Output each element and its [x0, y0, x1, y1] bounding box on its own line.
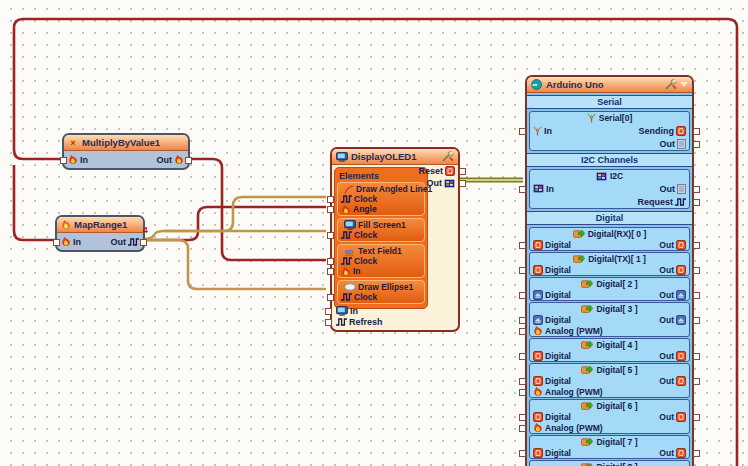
pin-connector[interactable] — [519, 389, 526, 396]
block-title-bar[interactable]: ∞ Arduino Uno — [527, 77, 692, 93]
pin-connector[interactable] — [693, 353, 700, 360]
pin-connector[interactable] — [693, 267, 700, 274]
arduino-channel[interactable]: Digital(RX)[ 0 ]DigitalOut — [529, 227, 690, 251]
pin-connector[interactable] — [519, 353, 526, 360]
pin-in[interactable]: In — [68, 155, 88, 165]
wire-maprange-to-ellipse-clock[interactable] — [142, 240, 326, 289]
oled-pin-out[interactable]: Out — [427, 178, 456, 188]
oled-pin-in[interactable]: In — [338, 266, 424, 276]
chevron-down-icon[interactable] — [680, 82, 688, 87]
pin-connector[interactable] — [693, 186, 700, 193]
block-multiplybyvalue[interactable]: × MultiplyByValue1 In Out — [62, 133, 190, 170]
oled-element[interactable]: Fill Screen1Clock — [337, 218, 425, 242]
arduino-pin-out[interactable]: Out — [660, 184, 687, 194]
arduino-channel[interactable]: Digital[ 5 ]DigitalOutAnalog (PWM) — [529, 363, 690, 398]
arduino-pin-out[interactable]: Out — [659, 351, 686, 361]
arduino-pin-digital[interactable]: Digital — [533, 412, 571, 422]
pin-connector[interactable] — [60, 157, 67, 164]
pin-connector[interactable] — [519, 328, 526, 335]
pin-connector[interactable] — [519, 317, 526, 324]
pin-connector[interactable] — [325, 308, 332, 315]
arduino-pin-digital[interactable]: Digital — [533, 315, 571, 325]
arduino-channel[interactable]: Digital[ 3 ]DigitalOutAnalog (PWM) — [529, 302, 690, 337]
arduino-pin-sending[interactable]: Sending — [639, 126, 687, 136]
pin-connector[interactable] — [519, 378, 526, 385]
pin-connector[interactable] — [519, 242, 526, 249]
oled-pin-clock[interactable]: Clock — [338, 256, 424, 266]
arduino-pin-digital[interactable]: Digital — [533, 290, 571, 300]
oled-pin-clock[interactable]: Clock — [338, 194, 424, 204]
pin-connector[interactable] — [185, 157, 192, 164]
oled-element[interactable]: Draw Angled Line1ClockAngle — [337, 182, 425, 216]
arduino-pin-analog-pwm-[interactable]: Analog (PWM) — [533, 423, 603, 433]
pin-connector[interactable] — [693, 414, 700, 421]
pin-connector[interactable] — [519, 425, 526, 432]
wrench-icon[interactable] — [441, 151, 454, 162]
pin-connector[interactable] — [459, 168, 466, 175]
oled-pin-angle[interactable]: Angle — [338, 204, 424, 214]
pin-connector[interactable] — [693, 242, 700, 249]
arduino-pin-out[interactable]: Out — [659, 290, 686, 300]
pin-connector[interactable] — [327, 232, 334, 239]
pin-connector[interactable] — [459, 180, 466, 187]
arduino-pin-out[interactable]: Out — [659, 412, 686, 422]
block-displayoled[interactable]: DisplayOLED1 Elements Draw Angled Line1C… — [330, 147, 460, 332]
wire-analog-loop-branch[interactable] — [14, 165, 56, 240]
arduino-channel[interactable]: Digital[ 7 ]DigitalOut — [529, 435, 690, 459]
wrench-icon[interactable] — [664, 79, 677, 90]
arduino-pin-digital[interactable]: Digital — [533, 240, 571, 250]
pin-connector[interactable] — [693, 378, 700, 385]
pin-connector[interactable] — [519, 128, 526, 135]
arduino-channel[interactable]: I2CInOutRequest — [529, 169, 690, 209]
pin-connector[interactable] — [325, 319, 332, 326]
pin-connector[interactable] — [140, 239, 147, 246]
arduino-pin-digital[interactable]: Digital — [533, 376, 571, 386]
pin-connector[interactable] — [693, 128, 700, 135]
pin-connector[interactable] — [327, 258, 334, 265]
block-title-bar[interactable]: DisplayOLED1 — [332, 149, 458, 165]
pin-connector[interactable] — [327, 206, 334, 213]
block-title-bar[interactable]: MapRange1 — [57, 217, 143, 233]
oled-element[interactable]: abText Field1ClockIn — [337, 244, 425, 278]
arduino-pin-out[interactable]: Out — [659, 265, 686, 275]
pin-connector[interactable] — [693, 141, 700, 148]
pin-connector[interactable] — [693, 317, 700, 324]
pin-out[interactable]: Out — [157, 155, 185, 165]
block-title-bar[interactable]: × MultiplyByValue1 — [64, 135, 188, 151]
oled-pin-reset[interactable]: Reset — [418, 166, 455, 176]
arduino-pin-digital[interactable]: Digital — [533, 351, 571, 361]
pin-out[interactable]: Out — [111, 237, 140, 247]
oled-pin-clock[interactable]: Clock — [338, 230, 424, 240]
pin-connector[interactable] — [53, 239, 60, 246]
pin-connector[interactable] — [693, 199, 700, 206]
visuino-canvas[interactable]: 4 × MultiplyByValue1 In Out MapRange1 — [0, 0, 748, 466]
arduino-channel[interactable]: Digital[ 2 ]DigitalOut — [529, 277, 690, 301]
arduino-pin-in[interactable]: In — [533, 126, 552, 136]
pin-connector[interactable] — [327, 294, 334, 301]
arduino-pin-digital[interactable]: Digital — [533, 448, 571, 458]
oled-pin-clock[interactable]: Clock — [338, 292, 424, 302]
arduino-channel[interactable]: Digital[ 4 ]DigitalOut — [529, 338, 690, 362]
wire-maprange-to-angledline-clock[interactable] — [164, 197, 326, 231]
pin-in[interactable]: In — [61, 237, 81, 247]
wire-multiply-to-textfield-in[interactable] — [188, 159, 326, 260]
pin-connector[interactable] — [519, 267, 526, 274]
arduino-channel[interactable]: Digital[ 6 ]DigitalOutAnalog (PWM) — [529, 399, 690, 434]
oled-element[interactable]: Draw Ellipse1Clock — [337, 280, 425, 304]
arduino-pin-out[interactable]: Out — [659, 376, 686, 386]
arduino-channel[interactable]: Serial[0]InSendingOut — [529, 111, 690, 151]
oled-pin-refresh[interactable]: Refresh — [336, 316, 383, 327]
pin-connector[interactable] — [693, 450, 700, 457]
oled-pin-in[interactable]: In — [336, 305, 358, 316]
arduino-pin-digital[interactable]: Digital — [533, 265, 571, 275]
pin-connector[interactable] — [327, 196, 334, 203]
block-maprange[interactable]: MapRange1 In Out — [55, 215, 145, 252]
arduino-pin-out[interactable]: Out — [659, 315, 686, 325]
arduino-channel[interactable]: Digital(TX)[ 1 ]DigitalOut — [529, 252, 690, 276]
arduino-pin-out[interactable]: Out — [659, 448, 686, 458]
pin-connector[interactable] — [519, 292, 526, 299]
arduino-pin-analog-pwm-[interactable]: Analog (PWM) — [533, 326, 603, 336]
arduino-pin-in[interactable]: In — [533, 184, 554, 194]
pin-connector[interactable] — [519, 414, 526, 421]
arduino-pin-out[interactable]: Out — [660, 139, 687, 149]
